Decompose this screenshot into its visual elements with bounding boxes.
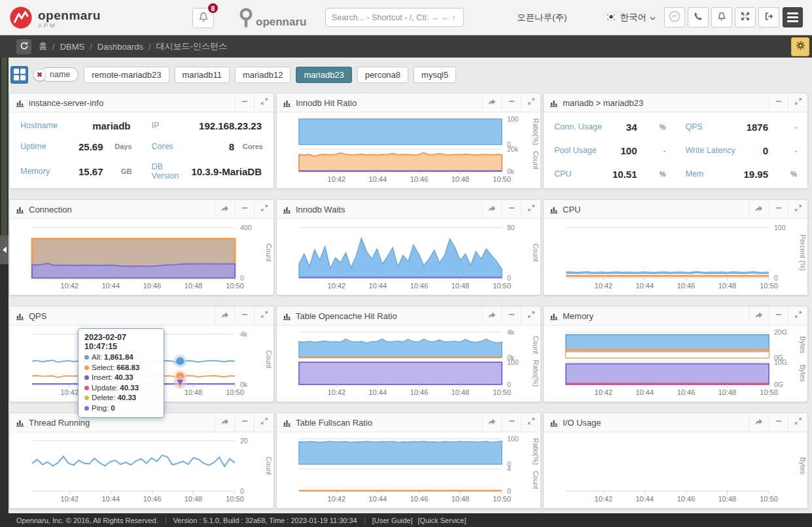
panel-header[interactable]: Connection bbox=[10, 200, 274, 219]
instance-filter-bar: ✖ name remote-mariadb23mariadb11mariadb1… bbox=[0, 58, 812, 84]
breadcrumb-item-1[interactable]: DBMS bbox=[60, 42, 85, 52]
panel-header[interactable]: I/O Usage bbox=[544, 413, 807, 432]
collapse-button[interactable] bbox=[501, 307, 521, 325]
layout-grid-button[interactable] bbox=[10, 66, 28, 84]
collapse-button[interactable] bbox=[501, 94, 521, 112]
notifications-button[interactable]: 8 bbox=[192, 8, 214, 28]
panel-header[interactable]: Table Fullscan Ratio bbox=[277, 413, 540, 432]
collapse-button[interactable] bbox=[234, 413, 254, 432]
instance-chip-mariadb23[interactable]: mariadb23 bbox=[296, 67, 351, 83]
instance-chip-mysql5[interactable]: mysql5 bbox=[414, 67, 456, 83]
thread_running-chart[interactable]: 200Count10:4210:4410:4610:4810:50 bbox=[10, 432, 274, 508]
panel-body: 20G0GBytes10G0GBytes10:4210:4410:4610:48… bbox=[544, 326, 807, 401]
dashboard-settings-button[interactable] bbox=[791, 37, 809, 56]
share-button[interactable] bbox=[749, 200, 768, 218]
logout-button[interactable] bbox=[758, 7, 779, 27]
panel-body: 200Count10:4210:4410:4610:4810:50 bbox=[10, 432, 274, 508]
fullscreen-button[interactable] bbox=[735, 7, 756, 27]
table_fullscan_ratio-chart[interactable]: 1000Ratio(%)40Count10:4210:4410:4610:481… bbox=[277, 432, 540, 508]
expand-button[interactable] bbox=[254, 413, 274, 432]
sidebar-collapsed-strip bbox=[0, 58, 9, 513]
expand-button[interactable] bbox=[788, 413, 807, 432]
svg-text:10:48: 10:48 bbox=[185, 388, 203, 396]
collapse-button[interactable] bbox=[768, 307, 788, 325]
share-button[interactable] bbox=[215, 307, 234, 325]
collapse-icon bbox=[240, 310, 249, 322]
panel-header[interactable]: Innodb Hit Ratio bbox=[277, 94, 540, 112]
svg-text:Bytes: Bytes bbox=[799, 365, 807, 382]
collapse-button[interactable] bbox=[768, 413, 788, 432]
share-button[interactable] bbox=[482, 307, 501, 325]
instance-chip-mariadb11[interactable]: mariadb11 bbox=[175, 67, 230, 83]
breadcrumb-item-3[interactable]: 대시보드-인스턴스 bbox=[156, 41, 227, 52]
sidebar-toggle-handle[interactable] bbox=[0, 235, 9, 264]
series-color-dot bbox=[84, 366, 89, 370]
share-button[interactable] bbox=[749, 413, 768, 432]
main-menu-button[interactable] bbox=[783, 7, 803, 27]
language-selector[interactable]: 한국어 bbox=[605, 12, 656, 24]
breadcrumb-item-0[interactable]: 홈 bbox=[39, 41, 47, 52]
app-logo[interactable]: openmaru APM bbox=[9, 5, 101, 33]
panel-header[interactable]: instance-server-info bbox=[10, 94, 274, 112]
collapse-button[interactable] bbox=[234, 94, 254, 112]
collapse-button[interactable] bbox=[768, 94, 788, 112]
collapse-button[interactable] bbox=[768, 200, 788, 218]
alerts-button[interactable] bbox=[711, 7, 732, 27]
search-input[interactable] bbox=[325, 8, 464, 27]
collapse-button[interactable] bbox=[234, 200, 254, 218]
expand-button[interactable] bbox=[788, 307, 807, 325]
expand-button[interactable] bbox=[254, 94, 274, 112]
panel-header[interactable]: Memory bbox=[544, 307, 807, 326]
refresh-button[interactable] bbox=[16, 39, 31, 54]
panel-title: Innodb Waits bbox=[296, 205, 345, 214]
panel-header[interactable]: mariadb > mariadb23 bbox=[544, 94, 807, 112]
user-guide-link[interactable]: [User Guide] bbox=[372, 517, 413, 524]
collapse-icon bbox=[507, 310, 516, 322]
share-button[interactable] bbox=[749, 307, 768, 325]
share-button[interactable] bbox=[215, 413, 234, 432]
panel-header[interactable]: Innodb Waits bbox=[277, 200, 540, 219]
panel-cpu: CPU1000Percent (%)10:4210:4410:4610:4810… bbox=[543, 199, 808, 296]
collapse-button[interactable] bbox=[501, 413, 521, 432]
top-header: openmaru APM 8 opennaru 오픈나루(주) bbox=[0, 0, 812, 35]
connection-chart[interactable]: 4000Count10:4210:4410:4610:4810:50 bbox=[10, 219, 274, 295]
expand-button[interactable] bbox=[521, 200, 540, 218]
phone-button[interactable] bbox=[688, 7, 709, 27]
collapse-button[interactable] bbox=[501, 200, 521, 218]
memory-chart[interactable]: 20G0GBytes10G0GBytes10:4210:4410:4610:48… bbox=[544, 326, 807, 401]
instance-chip-percona8[interactable]: percona8 bbox=[357, 67, 408, 83]
instance-chip-mariadb12[interactable]: mariadb12 bbox=[235, 67, 291, 83]
stat-label: IP bbox=[152, 121, 160, 130]
quick-service-link[interactable]: [Quick Service] bbox=[418, 517, 467, 524]
expand-button[interactable] bbox=[788, 200, 807, 218]
expand-button[interactable] bbox=[521, 413, 540, 432]
stat-unit: GB bbox=[103, 167, 132, 175]
stat-pool-usage: Pool Usage100- bbox=[554, 145, 666, 156]
panel-body: 4k0kCount10:4210:4410:4610:4810:502023-0… bbox=[10, 326, 274, 401]
share-button[interactable] bbox=[482, 200, 501, 218]
remove-filter-button[interactable]: ✖ bbox=[33, 69, 46, 81]
instance-chip-remote-mariadb23[interactable]: remote-mariadb23 bbox=[84, 67, 169, 83]
breadcrumb-item-2[interactable]: Dashboards bbox=[97, 42, 143, 52]
cpu-chart[interactable]: 1000Percent (%)10:4210:4410:4610:4810:50 bbox=[544, 219, 807, 295]
expand-button[interactable] bbox=[521, 94, 540, 112]
apm-console-button[interactable] bbox=[664, 7, 685, 27]
io_usage-chart[interactable]: Bytes10:4210:4410:4610:4810:50 bbox=[544, 432, 807, 508]
innodb_hit_ratio-chart[interactable]: 1000Ratio(%)20k0kCount10:4210:4410:4610:… bbox=[277, 112, 540, 188]
collapse-button[interactable] bbox=[234, 307, 254, 325]
share-button[interactable] bbox=[215, 200, 234, 218]
expand-button[interactable] bbox=[254, 200, 274, 218]
panel-io_usage: I/O UsageBytes10:4210:4410:4610:4810:50 bbox=[543, 413, 808, 509]
table_opencache_hit_ratio-chart[interactable]: 4k0kCount1000Ratio(%)10:4210:4410:4610:4… bbox=[277, 326, 540, 401]
panel-header[interactable]: Table Opencache Hit Ratio bbox=[277, 307, 540, 326]
expand-button[interactable] bbox=[254, 307, 274, 325]
innodb_waits-chart[interactable]: 800Count10:4210:4410:4610:4810:50 bbox=[277, 219, 540, 295]
svg-text:10:48: 10:48 bbox=[185, 282, 203, 290]
expand-button[interactable] bbox=[788, 94, 807, 112]
phone-icon bbox=[693, 11, 703, 24]
share-button[interactable] bbox=[482, 413, 501, 432]
expand-button[interactable] bbox=[521, 307, 540, 325]
share-button[interactable] bbox=[482, 94, 501, 112]
panel-header[interactable]: CPU bbox=[544, 200, 807, 219]
panel-header[interactable]: QPS bbox=[10, 307, 274, 326]
